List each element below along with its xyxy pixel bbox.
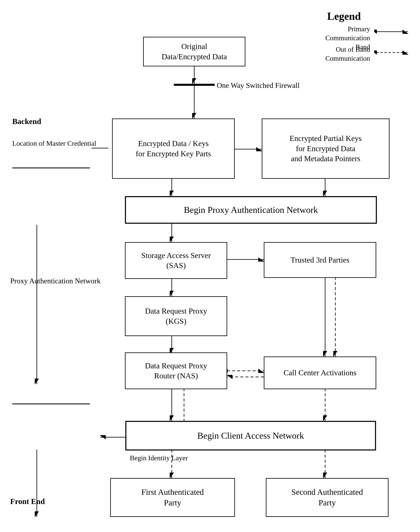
data-request-proxy-box: Data Request Proxy (KGS) <box>125 296 227 336</box>
begin-client-access-box: Begin Client Access Network <box>125 421 376 450</box>
legend-outofband-label: Out of Band Communication <box>313 45 370 63</box>
original-data-box: Original Data/Encrypted Data <box>143 37 245 66</box>
legend-primary-arrow <box>374 28 411 36</box>
front-end-label: Front End <box>10 496 45 506</box>
legend-title: Legend <box>327 10 361 22</box>
firewall-label: One Way Switched Firewall <box>217 81 300 90</box>
second-auth-party-box: Second Authenticated Party <box>266 478 389 517</box>
legend-outofband-arrow <box>374 48 411 57</box>
backend-label: Backend <box>12 116 41 127</box>
proxy-auth-underline <box>12 403 90 404</box>
begin-identity-label: Begin Identity Layer <box>130 454 188 462</box>
data-request-proxy-router-box: Data Request Proxy Router (NAS) <box>125 352 227 389</box>
location-master-label: Location of Master Credential <box>12 139 96 148</box>
trusted-3rd-parties-box: Trusted 3rd Parties <box>264 242 376 278</box>
call-center-box: Call Center Activations <box>264 357 376 389</box>
begin-proxy-auth-box: Begin Proxy Authentication Network <box>125 196 377 224</box>
first-auth-party-box: First Authenticated Party <box>110 478 235 517</box>
location-underline <box>12 168 90 168</box>
diagram-container: Legend Primary Communication Band Out of… <box>0 0 420 532</box>
encrypted-data-keys-box: Encrypted Data / Keys for Encrypted Key … <box>112 118 235 179</box>
encrypted-partial-keys-box: Encrypted Partial Keys for Encrypted Dat… <box>262 118 390 179</box>
storage-access-server-box: Storage Access Server (SAS) <box>125 242 227 279</box>
proxy-auth-network-label: Proxy Authentication Network <box>10 276 101 286</box>
